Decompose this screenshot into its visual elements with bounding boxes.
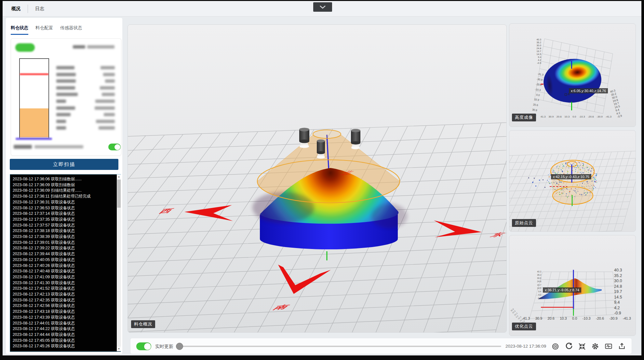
tab-log[interactable]: 日志 — [35, 6, 44, 12]
log-entry: 2023-08-12 17:36:53 获取设备状态 — [13, 205, 114, 211]
raw-cloud-panel[interactable]: x:42.15,y:-0.43,z:10.75 原始点云 — [509, 130, 636, 232]
shrink-button[interactable] — [577, 342, 586, 351]
log-entry: 2023-08-12 17:42:35 获取设备状态 — [13, 298, 114, 303]
log-entry: 2023-08-12 17:42:56 获取设备状态 — [13, 303, 114, 309]
gauge-fill-level — [20, 108, 48, 137]
timeline-slider-handle[interactable] — [176, 343, 183, 350]
log-entry: 2023-08-12 17:42:13 获取设备状态 — [13, 292, 114, 298]
log-entry: 2023-08-12 17:38:39 获取设备状态 — [13, 234, 114, 240]
raw-cloud-label: 原始点云 — [512, 219, 536, 227]
raw-cloud-overlay — [509, 131, 636, 232]
scan-now-button[interactable]: 立即扫描 — [10, 159, 118, 170]
scroll-down-arrow[interactable]: ▼ — [117, 347, 121, 351]
locate-icon — [552, 343, 559, 350]
sensor-left — [299, 128, 309, 148]
shrink-icon — [578, 343, 586, 350]
axis-red — [541, 84, 543, 85]
toolbar-icons — [551, 342, 626, 351]
pile-shadow-right — [371, 204, 407, 228]
realtime-label: 实时更新 — [155, 344, 173, 350]
optimized-cloud-panel[interactable]: 40.335.230.024.819.714.59.44.2-0.9 40.33… — [509, 235, 636, 336]
toggle-knob — [114, 144, 120, 150]
log-entry: 2023-08-12 17:40:48 获取设备状态 — [13, 269, 114, 274]
redacted-footer-label — [14, 145, 32, 149]
silo-3d-view[interactable]: 西 南 北 东 料仓概况 — [127, 24, 507, 333]
log-entry: 2023-08-12 17:36:09 扫描结果处理...... — [13, 188, 114, 194]
log-entry: 2023-08-12 17:39:01 获取设备状态 — [13, 240, 114, 246]
status-badge — [15, 43, 35, 52]
scrollbar-thumb[interactable] — [117, 180, 121, 208]
log-entry: 2023-08-12 17:43:39 获取设备状态 — [13, 315, 114, 321]
scroll-up-arrow[interactable]: ▲ — [117, 174, 121, 179]
picked-point-marker — [565, 93, 567, 96]
monitor-button[interactable] — [604, 342, 613, 351]
sidebar-tab-sensor-status[interactable]: 传感器状态 — [60, 25, 82, 35]
silo-status-card — [11, 38, 121, 156]
sidebar-tabs: 料仓状态 料仓配置 传感器状态 — [11, 25, 82, 35]
tab-overview[interactable]: 概况 — [11, 6, 20, 12]
redacted-label — [73, 45, 85, 48]
optimized-cloud-tooltip: x:36.21,y:-9.05,z:8.74 — [543, 287, 581, 293]
log-entry: 2023-08-12 17:36:11 扫描结果处理已经完成 — [13, 194, 114, 200]
locate-button[interactable] — [551, 342, 560, 351]
axis-green — [571, 102, 572, 110]
gauge-baseline — [16, 138, 52, 140]
gauge-alert-line — [20, 73, 48, 75]
optimized-cloud-label: 优化点云 — [512, 323, 536, 330]
current-timestamp: 2023-08-12 17:36:09 — [505, 344, 546, 349]
timeline-slider-track[interactable] — [178, 346, 501, 347]
log-entry: 2023-08-12 17:40:05 获取设备状态 — [13, 257, 114, 263]
height-map-z-ticks: 40.335.230.024.819.714.59.44.2-0.9 — [532, 38, 541, 63]
toggle-knob — [144, 343, 151, 350]
monitor-icon — [605, 342, 612, 350]
sidebar-tab-silo-status[interactable]: 料仓状态 — [11, 25, 28, 35]
height-map-panel[interactable]: 40.335.230.024.819.714.59.44.2-0.9 -41.3… — [509, 23, 636, 127]
realtime-toggle[interactable] — [136, 342, 151, 350]
silo-3d-scene — [128, 25, 507, 333]
log-entry: 2023-08-12 17:41:09 获取设备状态 — [13, 274, 114, 280]
log-entry: 2023-08-12 17:44:22 获取设备状态 — [13, 326, 114, 332]
log-entry: 2023-08-12 17:41:52 获取设备状态 — [13, 286, 114, 292]
pile-shadow-left — [252, 192, 314, 223]
log-entry: 2023-08-12 17:45:26 获取设备状态 — [13, 343, 114, 349]
raw-cloud-tooltip: x:42.15,y:-0.43,z:10.75 — [551, 174, 591, 179]
silo-auto-toggle[interactable] — [108, 144, 121, 150]
log-entry: 2023-08-12 17:41:30 获取设备状态 — [13, 280, 114, 286]
log-entry: 2023-08-12 17:36:09 获取扫描数据 — [13, 182, 114, 188]
log-entry: 2023-08-12 17:40:26 获取设备状态 — [13, 263, 114, 269]
axis-blue — [571, 61, 572, 69]
export-icon — [618, 342, 626, 350]
tab-divider — [28, 5, 28, 13]
console-scrollbar[interactable]: ▲ ▼ — [117, 174, 121, 351]
chevron-down-icon — [319, 5, 327, 9]
log-entry: 2023-08-12 17:39:22 获取设备状态 — [13, 245, 114, 251]
log-console[interactable]: 2023-08-12 17:36:06 获取扫描数据......2023-08-… — [10, 174, 121, 352]
playback-bar: 实时更新 2023-08-12 17:36:09 — [130, 338, 632, 354]
compass-arrow-east — [434, 220, 482, 237]
log-entry: 2023-08-12 17:37:57 获取设备状态 — [13, 223, 114, 228]
sensor-right — [351, 129, 360, 149]
log-entry: 2023-08-12 17:39:44 获取设备状态 — [13, 251, 114, 257]
main-view-label: 料仓概况 — [131, 320, 155, 328]
log-entry: 2023-08-12 17:36:31 获取设备状态 — [13, 200, 114, 205]
export-button[interactable] — [617, 342, 626, 351]
log-entry: 2023-08-12 17:44:44 获取设备状态 — [13, 332, 114, 338]
sidebar-tab-silo-config[interactable]: 料仓配置 — [35, 25, 53, 35]
settings-icon — [591, 342, 599, 350]
refresh-icon — [565, 342, 572, 350]
compass-arrow-south — [278, 265, 331, 294]
settings-button[interactable] — [591, 342, 600, 351]
sensor-center — [317, 140, 325, 159]
log-entry: 2023-08-12 17:36:06 获取扫描数据...... — [13, 176, 114, 182]
height-map-label: 高度成像 — [512, 114, 536, 121]
log-entry: 2023-08-12 17:37:35 获取设备状态 — [13, 217, 114, 223]
top-navigation: 概况 日志 — [3, 1, 641, 17]
log-entry: 2023-08-12 17:43:18 获取设备状态 — [13, 309, 114, 315]
redacted-value — [87, 45, 114, 48]
height-map-tooltip: x:6.05,y:30.40,z:14.76 — [569, 88, 608, 93]
optimized-axes — [509, 235, 636, 336]
scan-ring-small — [313, 130, 341, 138]
log-entry: 2023-08-12 17:44:01 获取设备状态 — [13, 321, 114, 326]
collapse-header-button[interactable] — [313, 2, 332, 12]
refresh-button[interactable] — [564, 342, 573, 351]
